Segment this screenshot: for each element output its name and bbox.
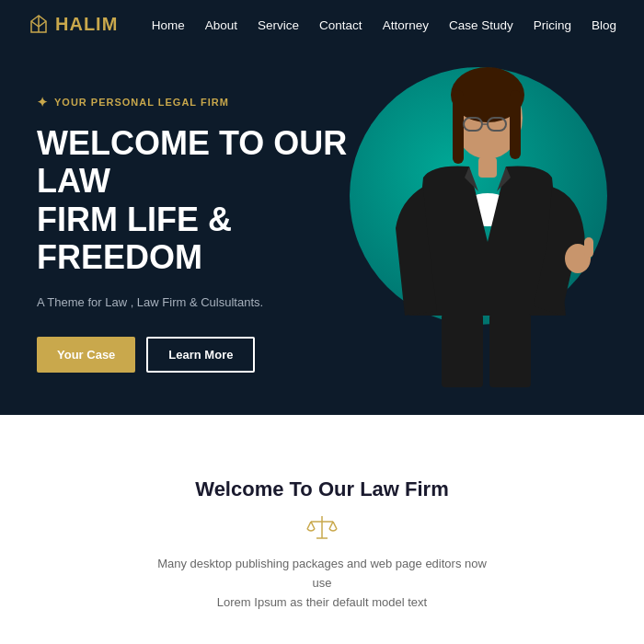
nav-link-blog[interactable]: Blog bbox=[592, 18, 616, 32]
nav-item-attorney[interactable]: Attorney bbox=[383, 17, 429, 33]
nav-link-pricing[interactable]: Pricing bbox=[534, 18, 571, 32]
nav-item-casestudy[interactable]: Case Study bbox=[449, 17, 513, 33]
svg-line-21 bbox=[329, 522, 333, 529]
logo-text: HALIM bbox=[55, 14, 118, 35]
person-silhouette bbox=[350, 58, 607, 398]
svg-line-20 bbox=[311, 522, 315, 529]
nav-link-home[interactable]: Home bbox=[152, 18, 185, 32]
welcome-section: Welcome To Our Law Firm Many desktop pub… bbox=[0, 441, 644, 644]
nav-item-pricing[interactable]: Pricing bbox=[534, 17, 571, 33]
hero-buttons: Your Case Learn More bbox=[37, 337, 386, 373]
hero-subtitle: A Theme for Law , Law Firm & Culsultants… bbox=[37, 293, 386, 312]
nav-links: Home About Service Contact Attorney Case… bbox=[152, 17, 616, 33]
nav-link-contact[interactable]: Contact bbox=[319, 18, 362, 32]
nav-item-blog[interactable]: Blog bbox=[592, 17, 616, 33]
learn-more-button[interactable]: Learn More bbox=[146, 337, 255, 373]
svg-rect-7 bbox=[510, 90, 521, 159]
nav-link-about[interactable]: About bbox=[205, 18, 237, 32]
navbar: HALIM Home About Service Contact Attorne… bbox=[0, 0, 644, 49]
hero-section: ✦ YOUR PERSONAL LEGAL FIRM WELCOME TO OU… bbox=[0, 49, 644, 428]
svg-rect-16 bbox=[489, 314, 531, 387]
logo[interactable]: HALIM bbox=[28, 14, 118, 36]
svg-rect-6 bbox=[453, 90, 464, 164]
balance-scale-icon bbox=[37, 514, 607, 540]
svg-rect-11 bbox=[478, 157, 497, 178]
hero-content: ✦ YOUR PERSONAL LEGAL FIRM WELCOME TO OU… bbox=[37, 95, 386, 373]
nav-item-home[interactable]: Home bbox=[152, 17, 185, 33]
hero-tag: ✦ YOUR PERSONAL LEGAL FIRM bbox=[37, 95, 386, 109]
logo-icon bbox=[28, 14, 50, 36]
svg-line-19 bbox=[307, 522, 311, 529]
svg-line-3 bbox=[39, 21, 46, 27]
welcome-description: Many desktop publishing packages and web… bbox=[147, 555, 497, 612]
welcome-title: Welcome To Our Law Firm bbox=[37, 477, 607, 501]
svg-line-22 bbox=[333, 522, 337, 529]
nav-link-casestudy[interactable]: Case Study bbox=[449, 18, 513, 32]
svg-rect-14 bbox=[584, 237, 593, 258]
your-case-button[interactable]: Your Case bbox=[37, 337, 135, 373]
svg-line-2 bbox=[31, 21, 39, 27]
hero-title: WELCOME TO OUR LAW FIRM LIFE & FREEDOM bbox=[37, 124, 386, 277]
nav-item-about[interactable]: About bbox=[205, 17, 237, 33]
nav-item-service[interactable]: Service bbox=[258, 17, 299, 33]
svg-rect-15 bbox=[442, 314, 483, 387]
nav-item-contact[interactable]: Contact bbox=[319, 17, 362, 33]
section-divider bbox=[0, 415, 644, 441]
pin-icon: ✦ bbox=[37, 95, 49, 109]
nav-link-attorney[interactable]: Attorney bbox=[383, 18, 429, 32]
nav-link-service[interactable]: Service bbox=[258, 18, 299, 32]
